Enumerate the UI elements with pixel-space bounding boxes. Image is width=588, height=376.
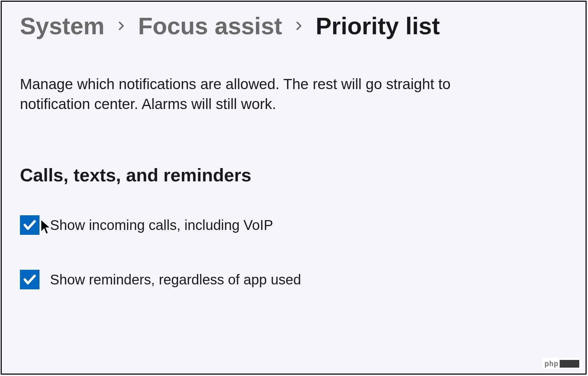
breadcrumb-link-system[interactable]: System [20, 12, 105, 39]
watermark-box [560, 360, 579, 368]
chevron-right-icon [114, 19, 128, 33]
page-description: Manage which notifications are allowed. … [20, 74, 457, 114]
checkbox-row-reminders: Show reminders, regardless of app used [20, 270, 567, 289]
checkmark-icon [22, 272, 37, 287]
cursor-pointer-icon [40, 218, 53, 237]
chevron-right-icon [292, 19, 306, 33]
checkbox-row-incoming-calls: Show incoming calls, including VoIP [20, 215, 567, 235]
watermark-text: php [544, 359, 558, 368]
breadcrumb-link-focus-assist[interactable]: Focus assist [138, 12, 282, 39]
breadcrumb: System Focus assist Priority list [20, 12, 567, 39]
checkbox-label-incoming-calls: Show incoming calls, including VoIP [50, 217, 273, 233]
checkmark-icon [22, 218, 37, 232]
breadcrumb-current: Priority list [316, 12, 440, 39]
checkbox-label-reminders: Show reminders, regardless of app used [50, 272, 301, 288]
section-heading-calls-texts-reminders: Calls, texts, and reminders [20, 165, 567, 186]
checkbox-show-reminders[interactable] [20, 270, 40, 289]
watermark: php [542, 358, 581, 369]
checkbox-show-incoming-calls[interactable] [20, 215, 40, 235]
